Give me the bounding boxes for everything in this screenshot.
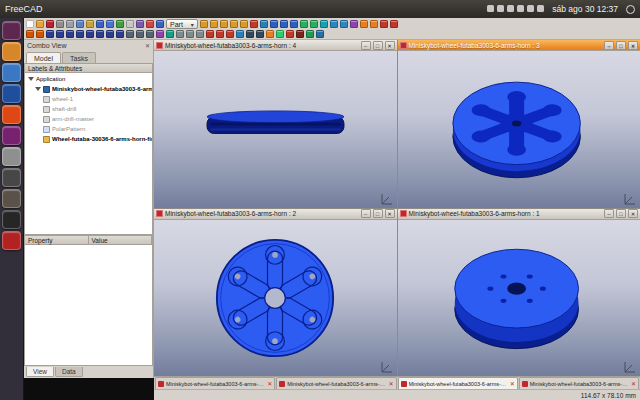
launcher-system-settings-icon[interactable] [2,147,21,166]
minimize-button[interactable]: – [361,209,371,218]
boolean-cut-icon[interactable] [290,20,298,28]
tab-close-icon[interactable]: ✕ [510,380,515,387]
close-button[interactable]: ✕ [385,41,395,50]
extrude-icon[interactable] [300,20,308,28]
refresh-icon[interactable] [116,20,124,28]
mirror-icon[interactable] [320,20,328,28]
cylinder-primitive-icon[interactable] [210,20,218,28]
battery-icon[interactable] [537,5,544,12]
maximize-button[interactable]: □ [373,41,383,50]
maximize-button[interactable]: □ [616,41,626,50]
macro-play-icon[interactable] [306,30,314,38]
revolve-icon[interactable] [310,20,318,28]
tree-item[interactable]: wheel-1 [25,94,152,104]
expander-icon[interactable] [35,87,41,91]
launcher-firefox-icon[interactable] [2,63,21,82]
isometric-view-icon[interactable] [46,30,54,38]
tab-model[interactable]: Model [26,52,61,63]
part-design-icon[interactable] [156,20,164,28]
launcher-software-center-icon[interactable] [2,126,21,145]
launcher-dash-home-icon[interactable] [2,21,21,40]
tree-item[interactable]: Wheel-futaba-30036-6-arms-horn-final [25,134,152,144]
tree-item-application[interactable]: Application [25,74,152,84]
copy-icon[interactable] [76,20,84,28]
edit-icon[interactable] [136,20,144,28]
draw-style-icon[interactable] [126,30,134,38]
minimize-button[interactable]: – [604,209,614,218]
bluetooth-icon[interactable] [497,5,504,12]
document-save-icon[interactable] [46,20,54,28]
viewport-4-titlebar[interactable]: Miniskybot-wheel-futaba3003-6-arms-horn … [154,40,397,51]
shaded-icon[interactable] [146,30,154,38]
tab-tasks[interactable]: Tasks [62,52,96,63]
paste-icon[interactable] [86,20,94,28]
print-icon[interactable] [56,20,64,28]
undo-icon[interactable] [96,20,104,28]
viewport-3-titlebar[interactable]: Miniskybot-wheel-futaba3003-6-arms-horn … [398,40,640,51]
expander-icon[interactable] [28,77,34,81]
cone-primitive-icon[interactable] [230,20,238,28]
torus-primitive-icon[interactable] [240,20,248,28]
close-button[interactable]: ✕ [628,209,638,218]
clock-label[interactable]: sáb ago 30 12:37 [552,4,618,14]
tree-item[interactable]: PolarPattern [25,124,152,134]
macro-stop-icon[interactable] [296,30,304,38]
viewport-2-titlebar[interactable]: Miniskybot-wheel-futaba3003-6-arms-horn … [154,209,397,220]
3d-view-canvas[interactable] [154,51,397,208]
sound-icon[interactable] [517,5,524,12]
launcher-shotwell-icon[interactable] [2,168,21,187]
maximize-button[interactable]: □ [373,209,383,218]
viewport-1-titlebar[interactable]: Miniskybot-wheel-futaba3003-6-arms-horn … [398,209,640,220]
sketch-icon[interactable] [146,20,154,28]
left-view-icon[interactable] [106,30,114,38]
model-tree[interactable]: Application Miniskybot-wheel-futaba3003-… [24,73,153,235]
tab-data[interactable]: Data [55,367,83,377]
close-button[interactable]: ✕ [385,209,395,218]
tab-close-icon[interactable]: ✕ [267,380,272,387]
toggle-clipping-icon[interactable] [236,30,244,38]
panel-close-icon[interactable]: ✕ [145,42,150,50]
launcher-libreoffice-icon[interactable] [2,84,21,103]
rear-view-icon[interactable] [86,30,94,38]
measure-angular-icon[interactable] [216,30,224,38]
window-tab[interactable]: Miniskybot-wheel-futaba3003-6-arms-horn … [398,377,518,389]
sweep-icon[interactable] [370,20,378,28]
document-open-icon[interactable] [36,20,44,28]
tree-item[interactable]: arm-drill-master [25,114,152,124]
tree-column-header[interactable]: Labels & Attributes [24,63,153,73]
minimize-button[interactable]: – [361,41,371,50]
fillet-icon[interactable] [330,20,338,28]
launcher-freecad-icon[interactable] [2,231,21,250]
right-view-icon[interactable] [76,30,84,38]
clear-measurement-icon[interactable] [226,30,234,38]
top-view-icon[interactable] [66,30,74,38]
stereo-icon[interactable] [166,30,174,38]
front-view-icon[interactable] [56,30,64,38]
chamfer-icon[interactable] [340,20,348,28]
axonometric-icon[interactable] [116,30,124,38]
box-primitive-icon[interactable] [200,20,208,28]
box-selection-icon[interactable] [196,30,204,38]
python-console-icon[interactable] [276,30,284,38]
document-new-icon[interactable] [26,20,34,28]
network-icon[interactable] [507,5,514,12]
perspective-icon[interactable] [246,30,254,38]
maximize-button[interactable]: □ [616,209,626,218]
texture-icon[interactable] [156,30,164,38]
window-tab[interactable]: Miniskybot-wheel-futaba3003-6-arms-horn … [519,377,639,389]
close-button[interactable]: ✕ [628,41,638,50]
launcher-gimp-icon[interactable] [2,189,21,208]
select-icon[interactable] [126,20,134,28]
measure-linear-icon[interactable] [206,30,214,38]
sphere-primitive-icon[interactable] [220,20,228,28]
property-table-body[interactable] [24,245,153,366]
boolean-union-icon[interactable] [270,20,278,28]
cut-icon[interactable] [66,20,74,28]
value-column-header[interactable]: Value [89,236,153,244]
workbench-selector[interactable]: Part ▾ [166,19,198,29]
whats-this-icon[interactable] [316,30,324,38]
tab-close-icon[interactable]: ✕ [631,380,636,387]
fit-all-icon[interactable] [26,30,34,38]
section-icon[interactable] [380,20,388,28]
tree-item[interactable]: shaft-drill [25,104,152,114]
